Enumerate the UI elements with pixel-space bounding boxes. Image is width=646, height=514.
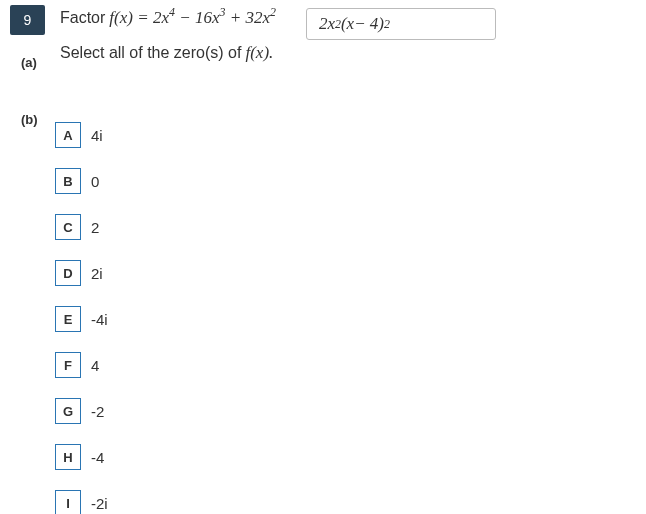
choice-label-c: 2 [91,219,99,236]
part-b-label: (b) [21,112,38,127]
prompt-math: f(x) = 2x4 − 16x3 + 32x2 [109,8,276,28]
choice-label-e: -4i [91,311,108,328]
choice-label-f: 4 [91,357,99,374]
choice-box-a[interactable]: A [55,122,81,148]
choice-box-d[interactable]: D [55,260,81,286]
part-a-text: Select all of the zero(s) of f(x). [60,43,273,63]
choice-f: F 4 [55,352,108,378]
choice-g: G -2 [55,398,108,424]
choice-c: C 2 [55,214,108,240]
prompt-row: Factor f(x) = 2x4 − 16x3 + 32x2 2x2(x − … [60,8,496,40]
choice-label-h: -4 [91,449,104,466]
choice-a: A 4i [55,122,108,148]
choice-box-i[interactable]: I [55,490,81,514]
choice-box-e[interactable]: E [55,306,81,332]
prompt-prefix: Factor [60,9,105,27]
choice-label-d: 2i [91,265,103,282]
choice-box-f[interactable]: F [55,352,81,378]
choice-h: H -4 [55,444,108,470]
choice-e: E -4i [55,306,108,332]
choice-label-b: 0 [91,173,99,190]
part-a-label: (a) [21,55,37,70]
prompt-text: Factor f(x) = 2x4 − 16x3 + 32x2 [60,8,276,28]
choice-b: B 0 [55,168,108,194]
part-a-prefix: Select all of the zero(s) of [60,44,241,62]
part-a-math: f(x). [245,43,273,63]
choice-box-c[interactable]: C [55,214,81,240]
question-number-badge: 9 [10,5,45,35]
choice-i: I -2i [55,490,108,514]
choice-label-g: -2 [91,403,104,420]
choice-label-a: 4i [91,127,103,144]
choices-list: A 4i B 0 C 2 D 2i E -4i F 4 G -2 H -4 I … [55,122,108,514]
choice-box-h[interactable]: H [55,444,81,470]
answer-input[interactable]: 2x2(x − 4)2 [306,8,496,40]
choice-box-g[interactable]: G [55,398,81,424]
choice-box-b[interactable]: B [55,168,81,194]
choice-label-i: -2i [91,495,108,512]
choice-d: D 2i [55,260,108,286]
